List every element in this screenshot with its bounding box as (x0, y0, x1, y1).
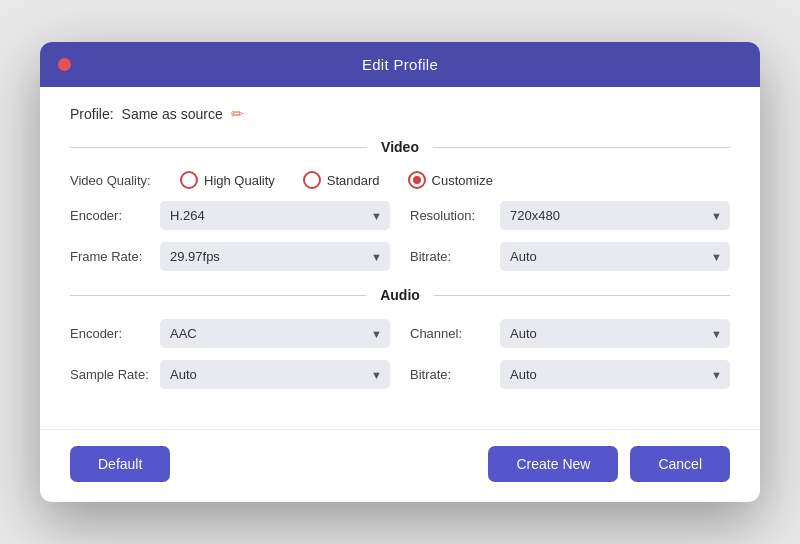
footer-right-buttons: Create New Cancel (488, 446, 730, 482)
audio-encoder-label: Encoder: (70, 326, 150, 341)
channel-label: Channel: (410, 326, 490, 341)
radio-standard-label: Standard (327, 173, 380, 188)
samplerate-select-wrapper: Auto 44100Hz 48000Hz ▼ (160, 360, 390, 389)
encoder-field-group: Encoder: H.264 H.265 MPEG-4 ▼ (70, 201, 390, 230)
audio-encoder-select[interactable]: AAC MP3 AC3 (160, 319, 390, 348)
resolution-field-group: Resolution: 720x480 1280x720 1920x1080 ▼ (410, 201, 730, 230)
profile-row: Profile: Same as source ✏ (70, 105, 730, 123)
cancel-button[interactable]: Cancel (630, 446, 730, 482)
video-encoder-select-wrapper: H.264 H.265 MPEG-4 ▼ (160, 201, 390, 230)
channel-select[interactable]: Auto Mono Stereo (500, 319, 730, 348)
close-button[interactable] (58, 58, 71, 71)
audio-section-title: Audio (366, 287, 434, 303)
video-section: Video Video Quality: High Quality Standa… (70, 139, 730, 271)
video-quality-radio-group: High Quality Standard Customize (180, 171, 493, 189)
dialog-title: Edit Profile (362, 56, 438, 73)
dialog-body: Profile: Same as source ✏ Video Video Qu… (40, 87, 760, 429)
profile-label: Profile: (70, 106, 114, 122)
samplerate-select[interactable]: Auto 44100Hz 48000Hz (160, 360, 390, 389)
samplerate-label: Sample Rate: (70, 367, 150, 382)
profile-value: Same as source (122, 106, 223, 122)
radio-high-quality-label: High Quality (204, 173, 275, 188)
create-new-button[interactable]: Create New (488, 446, 618, 482)
video-encoder-label: Encoder: (70, 208, 150, 223)
audio-section: Audio Encoder: AAC MP3 AC3 ▼ (70, 287, 730, 389)
samplerate-field-group: Sample Rate: Auto 44100Hz 48000Hz ▼ (70, 360, 390, 389)
video-bitrate-select-wrapper: Auto 1000k 2000k 4000k ▼ (500, 242, 730, 271)
audio-samplerate-bitrate-row: Sample Rate: Auto 44100Hz 48000Hz ▼ Bitr… (70, 360, 730, 389)
audio-encoder-select-wrapper: AAC MP3 AC3 ▼ (160, 319, 390, 348)
video-bitrate-label: Bitrate: (410, 249, 490, 264)
radio-customize-circle (408, 171, 426, 189)
audio-encoder-channel-row: Encoder: AAC MP3 AC3 ▼ Channel: (70, 319, 730, 348)
radio-high-quality[interactable]: High Quality (180, 171, 275, 189)
audio-bitrate-select[interactable]: Auto 128k 192k 320k (500, 360, 730, 389)
dialog-footer: Default Create New Cancel (40, 429, 760, 502)
video-framerate-bitrate-row: Frame Rate: 29.97fps 23.976fps 25fps 30f… (70, 242, 730, 271)
framerate-label: Frame Rate: (70, 249, 150, 264)
radio-high-quality-circle (180, 171, 198, 189)
titlebar: Edit Profile (40, 42, 760, 87)
edit-profile-dialog: Edit Profile Profile: Same as source ✏ V… (40, 42, 760, 502)
radio-customize-label: Customize (432, 173, 493, 188)
framerate-select-wrapper: 29.97fps 23.976fps 25fps 30fps 60fps ▼ (160, 242, 390, 271)
video-divider: Video (70, 139, 730, 155)
video-bitrate-field-group: Bitrate: Auto 1000k 2000k 4000k ▼ (410, 242, 730, 271)
video-encoder-resolution-row: Encoder: H.264 H.265 MPEG-4 ▼ Resolution… (70, 201, 730, 230)
default-button[interactable]: Default (70, 446, 170, 482)
video-section-title: Video (367, 139, 433, 155)
video-quality-label: Video Quality: (70, 173, 160, 188)
radio-standard-circle (303, 171, 321, 189)
radio-customize[interactable]: Customize (408, 171, 493, 189)
audio-divider: Audio (70, 287, 730, 303)
audio-bitrate-field-group: Bitrate: Auto 128k 192k 320k ▼ (410, 360, 730, 389)
radio-standard[interactable]: Standard (303, 171, 380, 189)
resolution-select-wrapper: 720x480 1280x720 1920x1080 ▼ (500, 201, 730, 230)
edit-profile-icon[interactable]: ✏ (231, 105, 244, 123)
resolution-label: Resolution: (410, 208, 490, 223)
video-encoder-select[interactable]: H.264 H.265 MPEG-4 (160, 201, 390, 230)
video-bitrate-select[interactable]: Auto 1000k 2000k 4000k (500, 242, 730, 271)
video-quality-row: Video Quality: High Quality Standard Cus… (70, 171, 730, 189)
audio-bitrate-select-wrapper: Auto 128k 192k 320k ▼ (500, 360, 730, 389)
channel-field-group: Channel: Auto Mono Stereo ▼ (410, 319, 730, 348)
audio-encoder-field-group: Encoder: AAC MP3 AC3 ▼ (70, 319, 390, 348)
audio-bitrate-label: Bitrate: (410, 367, 490, 382)
framerate-select[interactable]: 29.97fps 23.976fps 25fps 30fps 60fps (160, 242, 390, 271)
resolution-select[interactable]: 720x480 1280x720 1920x1080 (500, 201, 730, 230)
channel-select-wrapper: Auto Mono Stereo ▼ (500, 319, 730, 348)
framerate-field-group: Frame Rate: 29.97fps 23.976fps 25fps 30f… (70, 242, 390, 271)
